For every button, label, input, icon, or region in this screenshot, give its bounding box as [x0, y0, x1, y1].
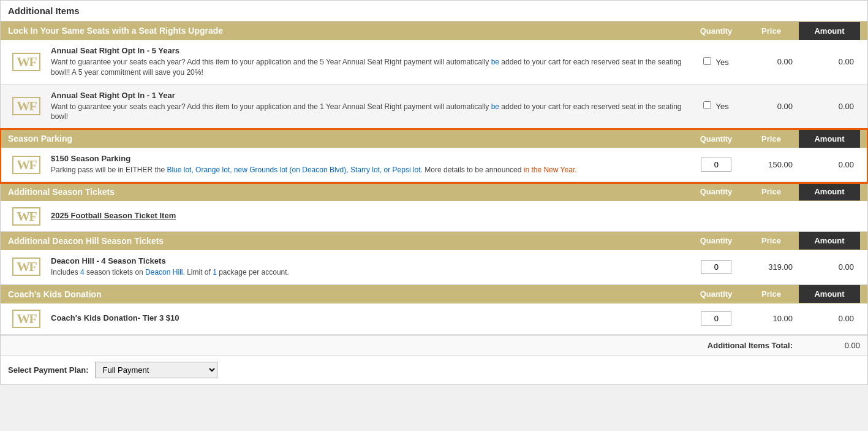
coaches-kids-t3-row: WF Coach's Kids Donation- Tier 3 $10 10.…: [1, 303, 867, 335]
seat-rights-header: Lock In Your Same Seats with a Seat Righ…: [1, 21, 867, 40]
parking-150-title: $150 Season Parking: [51, 154, 689, 163]
amount-col-header-0: Amount: [799, 22, 860, 40]
qty-col-header-2: Quantity: [689, 187, 744, 196]
seat-right-1yr-amount: 0.00: [799, 102, 860, 111]
wf-logo-coaches: WF: [8, 310, 45, 328]
seat-right-1yr-desc: Want to guarantee your seats each year? …: [51, 102, 689, 123]
total-value: 0.00: [805, 341, 860, 350]
coaches-kids-qty-input[interactable]: [701, 311, 731, 326]
seat-right-1yr-row: WF Annual Seat Right Opt In - 1 Year Wan…: [1, 85, 867, 129]
payment-plan-label: Select Payment Plan:: [8, 365, 89, 375]
coaches-kids-t3-amount: 0.00: [799, 314, 860, 323]
amount-col-header-2: Amount: [799, 183, 860, 200]
football-2025-row: WF 2025 Football Season Ticket Item: [1, 201, 867, 232]
seat-right-5yr-qty: Yes: [689, 57, 744, 67]
coaches-kids-title: Coach's Kids Donation: [8, 289, 102, 299]
football-2025-link[interactable]: 2025 Football Season Ticket Item: [51, 211, 176, 220]
seat-right-1yr-controls: Yes 0.00 0.00: [689, 101, 860, 111]
parking-150-price: 150.00: [744, 160, 799, 169]
page-wrapper: Additional Items Lock In Your Same Seats…: [0, 0, 868, 385]
payment-plan-select[interactable]: Full Payment Monthly Payment Plan: [95, 362, 217, 378]
coaches-kids-t3-title: Coach's Kids Donation- Tier 3 $10: [51, 313, 689, 322]
deacon-hill-4-title: Deacon Hill - 4 Season Tickets: [51, 256, 689, 265]
seat-right-5yr-title: Annual Seat Right Opt In - 5 Years: [51, 46, 689, 55]
seat-right-5yr-price: 0.00: [744, 57, 799, 66]
deacon-hill-section: Additional Deacon Hill Season Tickets Qu…: [1, 232, 867, 285]
total-label: Additional Items Total:: [708, 341, 793, 350]
deacon-hill-4-info: Deacon Hill - 4 Season Tickets Includes …: [51, 256, 689, 278]
coaches-kids-section: Coach's Kids Donation Quantity Price Amo…: [1, 285, 867, 335]
seat-right-5yr-checkbox[interactable]: [703, 57, 711, 65]
season-parking-header: Season Parking Quantity Price Amount: [1, 129, 867, 148]
wf-logo-parking: WF: [8, 156, 45, 174]
coaches-kids-t3-controls: 10.00 0.00: [689, 311, 860, 326]
page-title: Additional Items: [1, 1, 867, 21]
price-col-header-2: Price: [744, 187, 799, 196]
total-row: Additional Items Total: 0.00: [1, 335, 867, 355]
seat-right-1yr-checkbox-label[interactable]: Yes: [703, 102, 729, 111]
qty-col-header-4: Quantity: [689, 289, 744, 299]
parking-150-amount: 0.00: [799, 160, 860, 169]
coaches-kids-t3-info: Coach's Kids Donation- Tier 3 $10: [51, 313, 689, 324]
deacon-hill-4-controls: 319.00 0.00: [689, 260, 860, 274]
parking-150-controls: 150.00 0.00: [689, 158, 860, 172]
seat-right-5yr-row: WF Annual Seat Right Opt In - 5 Years Wa…: [1, 40, 867, 85]
amount-col-header-1: Amount: [799, 130, 860, 148]
deacon-hill-header: Additional Deacon Hill Season Tickets Qu…: [1, 232, 867, 250]
deacon-hill-4-price: 319.00: [744, 262, 799, 272]
deacon-hill-4-desc: Includes 4 season tickets on Deacon Hill…: [51, 267, 689, 278]
seat-right-5yr-controls: Yes 0.00 0.00: [689, 57, 860, 67]
deacon-hill-4-amount: 0.00: [799, 262, 860, 272]
qty-col-header-0: Quantity: [689, 26, 744, 36]
seat-right-5yr-desc: Want to guarantee your seats each year? …: [51, 57, 689, 78]
additional-season-tickets-header: Additional Season Tickets Quantity Price…: [1, 183, 867, 201]
seat-right-1yr-price: 0.00: [744, 102, 799, 111]
seat-right-1yr-info: Annual Seat Right Opt In - 1 Year Want t…: [51, 91, 689, 123]
seat-right-1yr-checkbox[interactable]: [703, 101, 711, 109]
seat-rights-title: Lock In Your Same Seats with a Seat Righ…: [8, 26, 223, 36]
wf-logo-5yr: WF: [8, 53, 45, 71]
coaches-kids-header: Coach's Kids Donation Quantity Price Amo…: [1, 285, 867, 303]
parking-150-desc: Parking pass will be in EITHER the Blue …: [51, 165, 689, 175]
football-2025-title: 2025 Football Season Ticket Item: [51, 211, 860, 220]
seat-rights-section: Lock In Your Same Seats with a Seat Righ…: [1, 21, 867, 129]
deacon-hill-title: Additional Deacon Hill Season Tickets: [8, 236, 164, 246]
additional-season-tickets-title: Additional Season Tickets: [8, 187, 115, 197]
wf-logo-deacon: WF: [8, 257, 45, 276]
seat-right-5yr-checkbox-label[interactable]: Yes: [703, 58, 729, 67]
qty-col-header-3: Quantity: [689, 236, 744, 245]
wf-logo-football: WF: [8, 207, 45, 226]
seat-right-5yr-amount: 0.00: [799, 57, 860, 66]
price-col-header-1: Price: [744, 134, 799, 143]
parking-150-qty: [689, 158, 744, 172]
deacon-hill-4-qty: [689, 260, 744, 274]
parking-150-info: $150 Season Parking Parking pass will be…: [51, 154, 689, 175]
additional-season-tickets-section: Additional Season Tickets Quantity Price…: [1, 183, 867, 232]
coaches-kids-t3-qty: [689, 311, 744, 326]
deacon-hill-4-row: WF Deacon Hill - 4 Season Tickets Includ…: [1, 250, 867, 284]
seat-right-1yr-qty: Yes: [689, 101, 744, 111]
deacon-hill-qty-input[interactable]: [701, 260, 731, 274]
parking-qty-input[interactable]: [701, 158, 731, 172]
football-2025-info: 2025 Football Season Ticket Item: [51, 211, 860, 222]
qty-col-header-1: Quantity: [689, 134, 744, 143]
parking-150-row: WF $150 Season Parking Parking pass will…: [1, 148, 867, 182]
price-col-header-4: Price: [744, 289, 799, 299]
payment-plan-row: Select Payment Plan: Full Payment Monthl…: [1, 355, 867, 384]
seat-right-5yr-info: Annual Seat Right Opt In - 5 Years Want …: [51, 46, 689, 78]
seat-right-1yr-title: Annual Seat Right Opt In - 1 Year: [51, 91, 689, 100]
amount-col-header-4: Amount: [799, 285, 860, 303]
season-parking-title: Season Parking: [8, 134, 72, 143]
wf-logo-1yr: WF: [8, 97, 45, 115]
season-parking-section: Season Parking Quantity Price Amount WF …: [1, 129, 867, 183]
amount-col-header-3: Amount: [799, 232, 860, 250]
coaches-kids-t3-price: 10.00: [744, 314, 799, 323]
price-col-header-0: Price: [744, 26, 799, 36]
price-col-header-3: Price: [744, 236, 799, 245]
